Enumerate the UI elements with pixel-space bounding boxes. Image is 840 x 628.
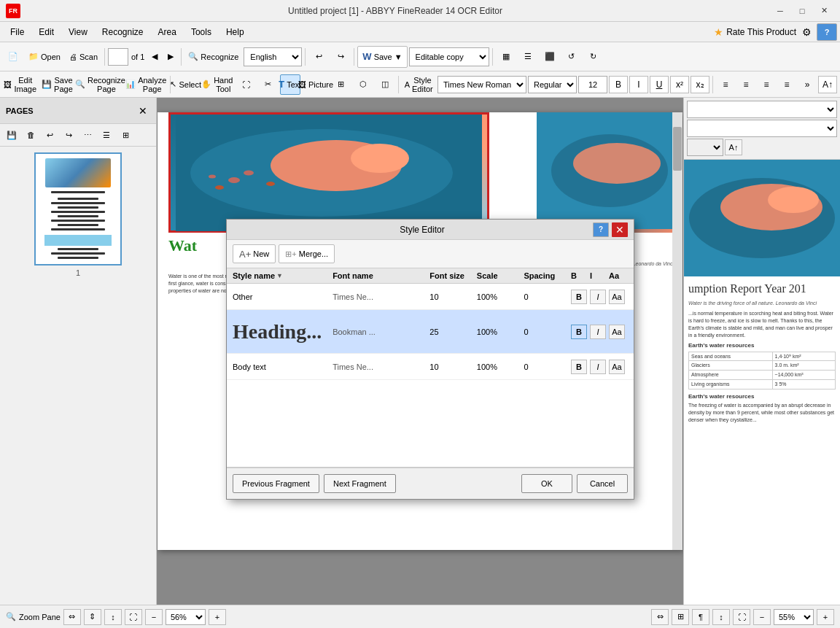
style-editor-close-button[interactable]: ✕ xyxy=(612,222,628,237)
new-style-icon: A+ xyxy=(239,249,251,260)
style-row-other[interactable]: Other Times Ne... 10 100% 0 B I Aa xyxy=(227,284,634,310)
style-editor-rows: Other Times Ne... 10 100% 0 B I Aa Headi… xyxy=(227,284,634,380)
col-bold: B xyxy=(571,271,590,280)
spacing-heading: 0 xyxy=(524,327,571,336)
prev-fragment-button[interactable]: Previous Fragment xyxy=(233,474,319,493)
style-name-heading: Heading... xyxy=(233,320,327,344)
style-editor-merge-button[interactable]: ⊞+ Merge... xyxy=(279,244,335,263)
style-editor-new-button[interactable]: A+ New xyxy=(233,244,276,263)
font-other: Times Ne... xyxy=(327,292,427,301)
style-editor-buttons: Previous Fragment Next Fragment OK Cance… xyxy=(227,468,634,499)
heading-preview: Heading... xyxy=(233,320,322,343)
aa-heading: Aa xyxy=(609,325,628,339)
style-editor-table-header: Style name ▼ Font name Font size Scale S… xyxy=(227,268,634,284)
italic-heading: I xyxy=(590,325,609,339)
col-scale: Scale xyxy=(477,271,524,280)
style-editor-title: Style Editor xyxy=(252,225,593,235)
ok-button[interactable]: OK xyxy=(521,474,572,493)
spacing-other: 0 xyxy=(524,292,571,301)
bold-body: B xyxy=(571,360,590,374)
style-editor-dialog: Style Editor ? ✕ A+ New ⊞+ Merge... Styl… xyxy=(226,219,634,500)
italic-other: I xyxy=(590,290,609,304)
style-editor-empty-area xyxy=(227,380,634,468)
scale-other: 100% xyxy=(477,292,524,301)
col-style-name: Style name ▼ xyxy=(233,271,327,280)
style-editor-help-button[interactable]: ? xyxy=(593,222,609,237)
col-font-size: Font size xyxy=(427,271,477,280)
style-editor-toolbar: A+ New ⊞+ Merge... xyxy=(227,240,634,268)
italic-body: I xyxy=(590,360,609,374)
style-row-heading[interactable]: Heading... Bookman ... 25 100% 0 B I Aa xyxy=(227,310,634,354)
aa-other: Aa xyxy=(609,290,628,304)
col-aa: Aa xyxy=(609,271,628,280)
merge-icon: ⊞+ xyxy=(285,249,296,259)
cancel-button[interactable]: Cancel xyxy=(577,474,628,493)
size-body: 10 xyxy=(427,363,477,371)
bold-heading: B xyxy=(571,325,590,339)
size-other: 10 xyxy=(427,292,477,301)
spacing-body: 0 xyxy=(524,363,571,371)
style-editor-title-bar: Style Editor ? ✕ xyxy=(227,220,634,240)
style-name-body: Body text xyxy=(233,363,327,371)
scale-body: 100% xyxy=(477,363,524,371)
size-heading: 25 xyxy=(427,327,477,336)
style-row-body[interactable]: Body text Times Ne... 10 100% 0 B I Aa xyxy=(227,354,634,380)
next-fragment-button[interactable]: Next Fragment xyxy=(324,474,396,493)
font-body: Times Ne... xyxy=(327,363,427,371)
col-spacing: Spacing xyxy=(524,271,571,280)
style-editor-overlay: Style Editor ? ✕ A+ New ⊞+ Merge... Styl… xyxy=(0,0,840,628)
bold-other: B xyxy=(571,290,590,304)
col-italic: I xyxy=(590,271,609,280)
style-name-other: Other xyxy=(233,292,327,301)
aa-body: Aa xyxy=(609,360,628,374)
font-heading: Bookman ... xyxy=(327,327,427,336)
scale-heading: 100% xyxy=(477,327,524,336)
col-font-name: Font name xyxy=(327,271,427,280)
